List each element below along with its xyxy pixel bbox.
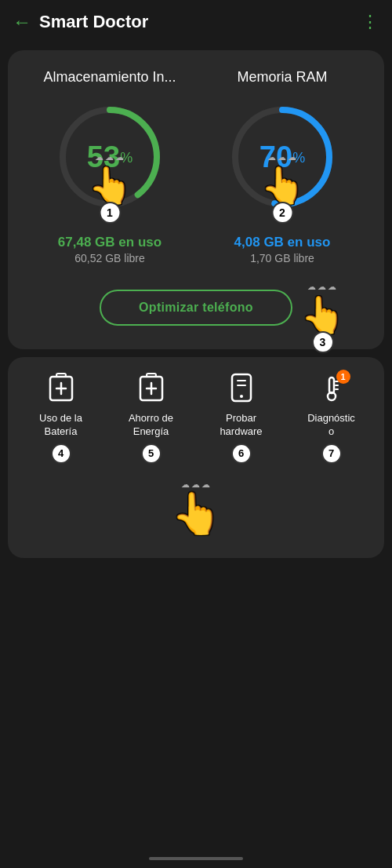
diagnostics-label: Diagnóstico: [307, 412, 355, 439]
energy-saver-icon-wrap: [139, 373, 164, 406]
test-hardware-item[interactable]: Probarhardware 6: [198, 373, 285, 464]
storage-label: Almacenamiento In...: [43, 69, 176, 86]
bottom-bar-indicator: [149, 857, 243, 860]
test-hardware-badge: 6: [231, 443, 252, 464]
bottom-hand-icon: 👆: [171, 490, 222, 538]
battery-usage-badge: 4: [51, 443, 71, 464]
energy-saver-item[interactable]: Ahorro deEnergía 5: [108, 373, 194, 464]
battery-usage-label: Uso de laBatería: [39, 412, 82, 439]
optimize-row: Optimizar teléfono ☁☁☁ 👆 3: [24, 290, 368, 326]
page-title: Smart Doctor: [39, 12, 148, 32]
back-button[interactable]: ←: [13, 11, 31, 33]
ram-label: Memoria RAM: [237, 69, 327, 86]
svg-point-16: [240, 395, 243, 398]
storage-section[interactable]: Almacenamiento In... 53% ☁☁☁ 👆 1 67,48 G…: [31, 69, 188, 264]
main-card: Almacenamiento In... 53% ☁☁☁ 👆 1 67,48 G…: [8, 50, 384, 349]
bottom-grid: Uso de laBatería 4 Ahorro deEnergía 5: [16, 373, 376, 464]
test-hardware-icon-wrap: [230, 373, 252, 406]
battery-usage-icon-wrap: [49, 373, 74, 406]
app-header: ← Smart Doctor ⋮: [0, 0, 392, 44]
ram-used: 4,08 GB en uso: [234, 235, 331, 250]
ram-free: 1,70 GB libre: [250, 252, 314, 264]
storage-free: 60,52 GB libre: [74, 252, 145, 264]
optimize-hand-icon: 👆: [300, 294, 345, 336]
ram-circle[interactable]: 70% ☁☁☁ 👆 2: [223, 98, 341, 216]
svg-rect-18: [329, 377, 334, 393]
optimize-hand-overlay: ☁☁☁ 👆 3: [300, 282, 345, 353]
diagnostics-icon-wrap: 1: [318, 373, 346, 406]
diagnostics-notification: 1: [336, 370, 350, 384]
ram-section[interactable]: Memoria RAM 70% ☁☁☁ 👆 2 4,08 GB en uso 1…: [204, 69, 361, 264]
storage-hand-icon: 👆: [88, 164, 132, 206]
storage-circle[interactable]: 53% ☁☁☁ 👆 1: [51, 98, 169, 216]
storage-used: 67,48 GB en uso: [58, 235, 162, 250]
bottom-card: Uso de laBatería 4 Ahorro deEnergía 5: [8, 357, 384, 558]
header-left: ← Smart Doctor: [13, 11, 148, 33]
energy-saver-icon: [139, 373, 164, 403]
optimize-badge: 3: [312, 331, 334, 353]
ram-badge: 2: [271, 202, 293, 224]
optimize-button[interactable]: Optimizar teléfono: [100, 290, 292, 326]
diagnostics-badge: 7: [321, 443, 342, 464]
battery-usage-item[interactable]: Uso de laBatería 4: [18, 373, 104, 464]
test-hardware-label: Probarhardware: [220, 412, 262, 439]
battery-usage-icon: [49, 373, 74, 403]
energy-saver-label: Ahorro deEnergía: [129, 412, 173, 439]
metrics-row: Almacenamiento In... 53% ☁☁☁ 👆 1 67,48 G…: [24, 69, 368, 264]
test-hardware-icon: [230, 373, 252, 403]
storage-hand-overlay: ☁☁☁ 👆 1: [88, 152, 132, 224]
ram-hand-overlay: ☁☁☁ 👆 2: [260, 152, 305, 224]
storage-badge: 1: [99, 202, 121, 224]
bottom-hand-overlay: ☁☁☁ 👆: [16, 480, 376, 545]
more-options-icon[interactable]: ⋮: [361, 12, 379, 32]
energy-saver-badge: 5: [141, 443, 162, 464]
ram-hand-icon: 👆: [260, 164, 305, 206]
diagnostics-item[interactable]: 1 Diagnóstico 7: [289, 373, 375, 464]
